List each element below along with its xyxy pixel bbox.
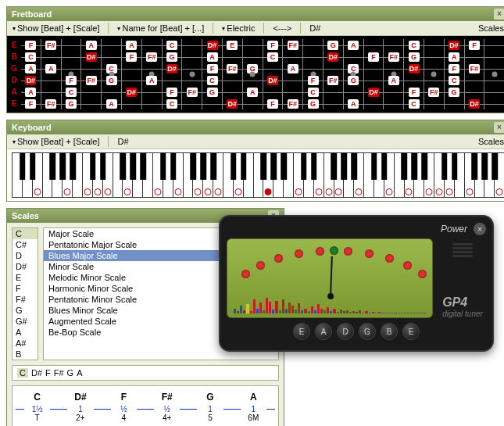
fret-note[interactable]: E [227, 41, 238, 50]
fret-note[interactable]: F [409, 88, 420, 97]
white-key[interactable] [123, 153, 133, 197]
piano-keyboard[interactable] [12, 152, 504, 198]
fret-note[interactable]: A [288, 64, 298, 73]
white-key[interactable] [384, 153, 395, 197]
white-key[interactable] [344, 153, 354, 197]
show-dropdown[interactable]: ▾Show [Beat] + [Scale] [10, 136, 102, 147]
fret-note[interactable]: A [45, 64, 56, 73]
fret-note[interactable]: F# [388, 52, 399, 62]
fret-note[interactable]: F# [187, 88, 198, 97]
fret-note[interactable]: F# [327, 76, 338, 85]
fret-note[interactable]: A [247, 88, 258, 97]
fret-note[interactable]: F# [469, 64, 480, 73]
white-key[interactable] [184, 153, 194, 197]
fretboard-grid[interactable]: EFF#AACD#EFF#GACD#FBCD#FF#GACD#FF#GAGAAC… [7, 36, 504, 113]
fret-note[interactable]: D# [126, 88, 137, 97]
white-key[interactable] [434, 153, 445, 197]
white-key[interactable] [244, 153, 254, 197]
fret-note[interactable]: G [327, 41, 338, 50]
fret-note[interactable]: F [267, 99, 278, 109]
white-key[interactable] [143, 153, 153, 197]
fret-note[interactable]: D# [368, 88, 379, 97]
white-key[interactable] [445, 153, 455, 197]
white-key[interactable] [254, 153, 264, 197]
fret-note[interactable]: A [106, 99, 117, 109]
white-key[interactable] [495, 153, 504, 197]
white-key[interactable] [63, 153, 73, 197]
fret-note[interactable]: F [207, 64, 218, 73]
white-key[interactable] [73, 153, 83, 197]
fret-note[interactable]: F [66, 76, 77, 85]
fret-note[interactable]: F [267, 41, 278, 50]
fret-note[interactable]: F# [227, 64, 238, 73]
white-key[interactable] [304, 153, 314, 197]
white-key[interactable] [193, 153, 203, 197]
fret-note[interactable]: F [25, 99, 36, 109]
instrument-dropdown[interactable]: ▾Electric [220, 23, 257, 34]
fret-note[interactable]: F [308, 76, 319, 85]
close-icon[interactable]: × [494, 122, 504, 133]
fret-note[interactable]: D# [227, 99, 238, 109]
white-key[interactable] [324, 153, 334, 197]
fret-note[interactable]: C [166, 41, 177, 50]
fret-note[interactable]: D# [25, 76, 36, 85]
root-option[interactable]: D# [13, 261, 38, 272]
fret-note[interactable]: F [166, 88, 177, 97]
fret-note[interactable]: F [126, 52, 137, 62]
root-option[interactable]: G# [13, 316, 38, 327]
fret-note[interactable]: D# [409, 64, 420, 73]
white-key[interactable] [263, 153, 273, 197]
fret-note[interactable]: A [207, 52, 218, 62]
fret-note[interactable]: F# [45, 99, 56, 109]
white-key[interactable] [23, 153, 33, 197]
view-mode-toggle[interactable]: <---> [270, 23, 294, 34]
root-option[interactable]: C [13, 228, 38, 239]
fret-note[interactable]: G [207, 88, 218, 97]
white-key[interactable] [113, 153, 123, 197]
tuner-string-button[interactable]: B [381, 323, 398, 340]
show-dropdown[interactable]: ▾Show [Beat] + [Scale] [10, 23, 102, 34]
fret-note[interactable]: C [449, 76, 459, 85]
white-key[interactable] [465, 153, 475, 197]
white-key[interactable] [395, 153, 405, 197]
fret-note[interactable]: C [207, 76, 218, 85]
tuner-string-button[interactable]: G [359, 323, 376, 340]
fret-note[interactable]: A [25, 88, 36, 97]
fret-note[interactable]: A [348, 99, 359, 109]
tuner-string-button[interactable]: E [402, 323, 420, 340]
white-key[interactable] [273, 153, 284, 197]
white-key[interactable] [52, 153, 63, 197]
fret-note[interactable]: C [409, 41, 420, 50]
white-key[interactable] [414, 153, 424, 197]
fret-note[interactable]: A [25, 64, 36, 73]
white-key[interactable] [173, 153, 184, 197]
fret-note[interactable]: D# [166, 64, 177, 73]
fret-note[interactable]: F# [45, 41, 56, 50]
fret-note[interactable]: C [25, 52, 36, 62]
white-key[interactable] [203, 153, 213, 197]
fret-note[interactable]: G [409, 52, 420, 62]
fret-note[interactable]: C [66, 88, 77, 97]
fret-note[interactable]: C [409, 99, 420, 109]
white-key[interactable] [43, 153, 53, 197]
fret-note[interactable]: A [388, 76, 399, 85]
fret-note[interactable]: G [66, 99, 77, 109]
fret-note[interactable]: F# [428, 88, 439, 97]
root-option[interactable]: E [13, 272, 38, 283]
fret-note[interactable]: C [267, 52, 278, 62]
white-key[interactable] [294, 153, 304, 197]
fret-note[interactable]: G [106, 76, 117, 85]
fret-note[interactable]: A [348, 41, 359, 50]
fret-note[interactable]: F# [146, 52, 157, 62]
close-icon[interactable]: × [474, 223, 486, 235]
fret-note[interactable]: D# [207, 41, 218, 50]
root-option[interactable]: A# [13, 338, 38, 349]
root-option[interactable]: A [13, 327, 38, 338]
scales-link[interactable]: Scales [476, 23, 504, 34]
fret-note[interactable]: A [126, 41, 137, 50]
root-option[interactable]: B [13, 349, 38, 360]
white-key[interactable] [405, 153, 415, 197]
fret-note[interactable]: G [348, 76, 359, 85]
white-key[interactable] [354, 153, 364, 197]
fret-note[interactable]: F [368, 52, 379, 62]
